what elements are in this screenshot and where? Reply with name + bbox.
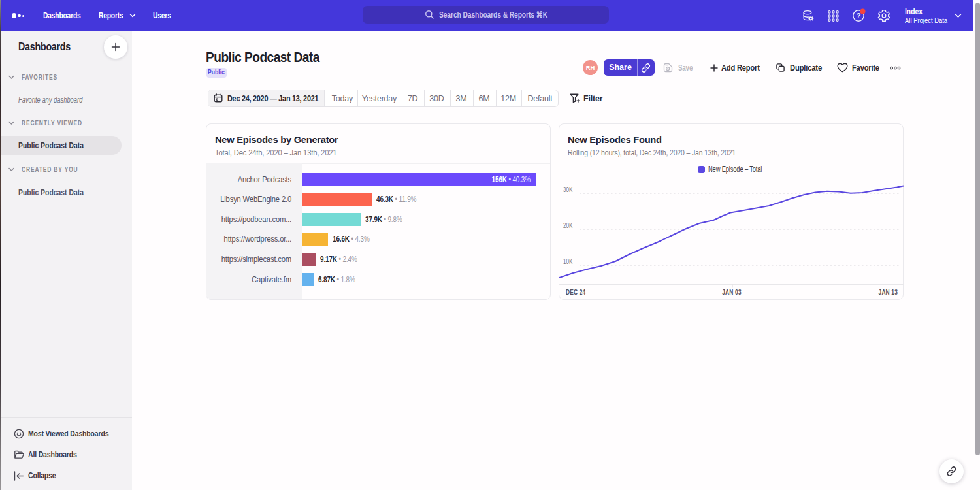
svg-text:?: ? [857, 12, 861, 20]
